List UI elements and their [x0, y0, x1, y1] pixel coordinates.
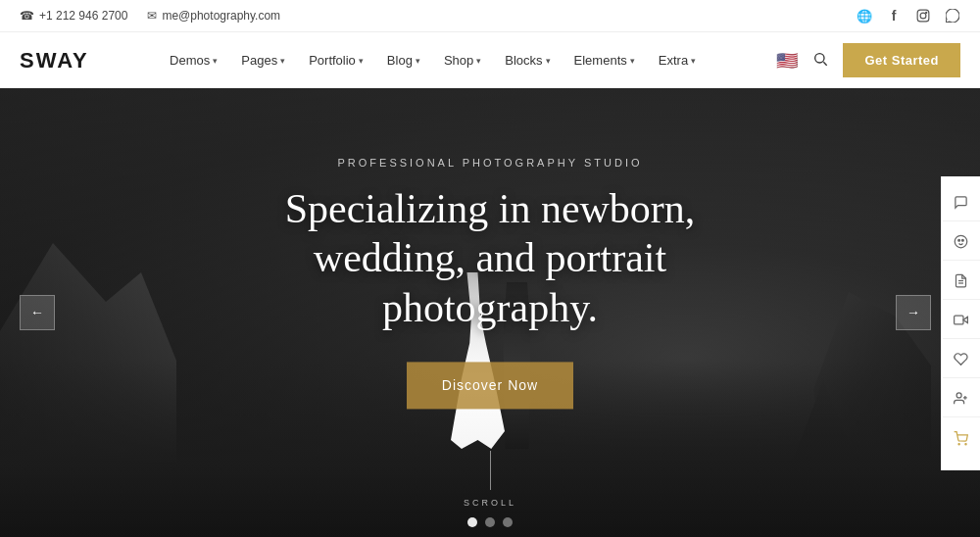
nav-label-blocks: Blocks [505, 53, 542, 68]
whatsapp-icon[interactable] [945, 8, 960, 24]
nav-item-extra[interactable]: Extra ▾ [649, 47, 706, 73]
hero-content: PROFESSIONAL PHOTOGRAPHY STUDIO Speciali… [245, 157, 735, 409]
phone-icon: ☎ [20, 9, 34, 23]
chevron-down-icon: ▾ [476, 56, 481, 66]
nav-links: Demos ▾ Pages ▾ Portfolio ▾ Blog ▾ Shop … [160, 47, 706, 73]
get-started-button[interactable]: Get Started [843, 43, 960, 77]
phone-number: +1 212 946 2700 [39, 9, 127, 23]
sidebar-heart-icon[interactable] [943, 341, 980, 378]
sidebar-document-icon[interactable] [943, 263, 980, 300]
email-info: ✉ me@photography.com [147, 9, 280, 23]
nav-item-blog[interactable]: Blog ▾ [377, 47, 430, 73]
language-flag[interactable]: 🇺🇸 [776, 50, 798, 72]
sidebar-comment-icon[interactable] [943, 184, 980, 221]
svg-marker-10 [963, 317, 967, 322]
arrow-left-icon: ← [30, 305, 44, 320]
nav-label-pages: Pages [241, 53, 277, 68]
hero-next-arrow[interactable]: → [896, 295, 931, 330]
nav-label-shop: Shop [444, 53, 473, 68]
scroll-indicator: SCROLL [464, 451, 516, 508]
navbar: SWAY Demos ▾ Pages ▾ Portfolio ▾ Blog ▾ … [0, 31, 980, 88]
nav-item-demos[interactable]: Demos ▾ [160, 47, 227, 73]
chevron-down-icon: ▾ [691, 56, 696, 66]
globe-icon[interactable]: 🌐 [857, 8, 872, 24]
discover-now-button[interactable]: Discover Now [407, 363, 573, 410]
dot-1[interactable] [467, 517, 477, 527]
nav-right: 🇺🇸 Get Started [776, 43, 960, 77]
nav-item-blocks[interactable]: Blocks ▾ [495, 47, 560, 73]
logo[interactable]: SWAY [20, 48, 89, 73]
chevron-down-icon: ▾ [359, 56, 364, 66]
hero-section: PROFESSIONAL PHOTOGRAPHY STUDIO Speciali… [0, 88, 980, 537]
nav-item-elements[interactable]: Elements ▾ [564, 47, 645, 73]
hero-subtitle: PROFESSIONAL PHOTOGRAPHY STUDIO [245, 157, 735, 169]
hero-title: Specializing in newborn, wedding, and po… [245, 184, 735, 332]
nav-item-portfolio[interactable]: Portfolio ▾ [299, 47, 373, 73]
chevron-down-icon: ▾ [416, 56, 420, 66]
nav-label-portfolio: Portfolio [309, 53, 356, 68]
dot-3[interactable] [503, 517, 513, 527]
chevron-down-icon: ▾ [630, 56, 635, 66]
nav-label-extra: Extra [659, 53, 688, 68]
email-address: me@photography.com [162, 9, 280, 23]
svg-point-16 [965, 443, 966, 444]
sidebar-person-add-icon[interactable] [943, 380, 980, 417]
svg-point-2 [926, 12, 927, 13]
top-bar-contact: ☎ +1 212 946 2700 ✉ me@photography.com [20, 9, 280, 23]
svg-line-4 [824, 62, 827, 65]
chevron-down-icon: ▾ [280, 56, 285, 66]
nav-label-demos: Demos [170, 53, 210, 68]
nav-item-shop[interactable]: Shop ▾ [434, 47, 491, 73]
svg-point-7 [961, 239, 963, 241]
dot-2[interactable] [485, 517, 495, 527]
hero-prev-arrow[interactable]: ← [20, 295, 55, 330]
sidebar-cart-icon[interactable] [943, 419, 980, 457]
chevron-down-icon: ▾ [213, 56, 218, 66]
email-icon: ✉ [147, 9, 157, 23]
sidebar-face-icon[interactable] [943, 223, 980, 261]
sidebar-right [941, 176, 980, 470]
svg-point-15 [958, 443, 959, 444]
nav-item-pages[interactable]: Pages ▾ [231, 47, 295, 73]
search-icon[interactable] [808, 46, 833, 75]
nav-label-elements: Elements [574, 53, 627, 68]
chevron-down-icon: ▾ [546, 56, 551, 66]
instagram-icon[interactable] [915, 8, 931, 24]
svg-point-12 [956, 393, 961, 398]
svg-rect-0 [917, 10, 929, 22]
hero-dots [467, 517, 513, 527]
top-bar-social: 🌐 f [857, 8, 960, 24]
facebook-icon[interactable]: f [886, 8, 902, 24]
top-bar: ☎ +1 212 946 2700 ✉ me@photography.com 🌐… [0, 0, 980, 31]
sidebar-video-icon[interactable] [943, 302, 980, 339]
svg-point-5 [955, 235, 967, 248]
svg-point-6 [958, 239, 960, 241]
svg-point-1 [920, 13, 926, 19]
arrow-right-icon: → [906, 305, 920, 320]
phone-info: ☎ +1 212 946 2700 [20, 9, 127, 23]
svg-point-3 [815, 53, 824, 62]
nav-label-blog: Blog [387, 53, 413, 68]
scroll-line [489, 451, 490, 490]
scroll-label: SCROLL [464, 498, 516, 508]
svg-rect-11 [955, 316, 963, 324]
